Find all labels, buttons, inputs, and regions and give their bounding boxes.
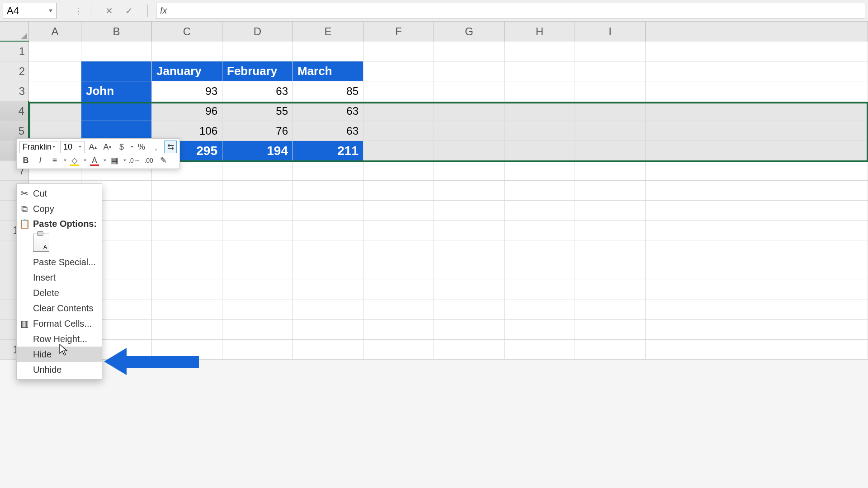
- cell[interactable]: [222, 260, 293, 280]
- chevron-down-icon[interactable]: [79, 146, 81, 148]
- cell[interactable]: [505, 221, 575, 240]
- cell[interactable]: [575, 201, 646, 221]
- cell[interactable]: [505, 141, 575, 161]
- cell[interactable]: [363, 42, 434, 61]
- cell[interactable]: January: [152, 61, 222, 81]
- cell[interactable]: [29, 81, 81, 101]
- cell[interactable]: [363, 340, 434, 360]
- cell[interactable]: [505, 240, 575, 260]
- font-select[interactable]: Franklin: [19, 141, 58, 153]
- cell[interactable]: [81, 61, 152, 81]
- cell[interactable]: [81, 101, 152, 121]
- borders-icon[interactable]: ▦: [108, 154, 121, 167]
- cell[interactable]: [152, 240, 222, 260]
- cell[interactable]: [434, 260, 505, 280]
- cell[interactable]: [152, 181, 222, 201]
- menu-item-insert[interactable]: Insert: [17, 270, 102, 285]
- menu-item-unhide[interactable]: Unhide: [17, 362, 102, 377]
- row-head-4[interactable]: 4: [0, 101, 29, 121]
- chevron-down-icon[interactable]: [64, 160, 66, 161]
- formula-input[interactable]: [187, 3, 865, 19]
- cell[interactable]: [222, 340, 293, 360]
- cell[interactable]: 55: [222, 101, 293, 121]
- cell[interactable]: [575, 42, 646, 61]
- cell[interactable]: [363, 240, 434, 260]
- cell[interactable]: [293, 300, 363, 320]
- cell[interactable]: [575, 81, 646, 101]
- cell[interactable]: [293, 161, 363, 181]
- cell[interactable]: [575, 240, 646, 260]
- cell[interactable]: [222, 240, 293, 260]
- cell[interactable]: [222, 280, 293, 300]
- cell[interactable]: 194: [222, 141, 293, 161]
- col-head-D[interactable]: D: [222, 22, 293, 42]
- cell[interactable]: [505, 101, 575, 121]
- cell[interactable]: [29, 61, 81, 81]
- fill-color-icon[interactable]: ◇: [68, 154, 81, 167]
- cell[interactable]: [434, 340, 505, 360]
- drag-handle-icon[interactable]: ⋮: [75, 6, 83, 16]
- col-head-G[interactable]: G: [434, 22, 505, 42]
- increase-font-icon[interactable]: A▴: [86, 141, 99, 153]
- cell[interactable]: [81, 42, 152, 61]
- cell[interactable]: [575, 221, 646, 240]
- confirm-icon[interactable]: ✓: [124, 5, 135, 16]
- cell[interactable]: [363, 101, 434, 121]
- menu-item-paste-special[interactable]: Paste Special...: [17, 254, 102, 270]
- cell[interactable]: [575, 260, 646, 280]
- cell[interactable]: [152, 201, 222, 221]
- cell[interactable]: [505, 81, 575, 101]
- cell[interactable]: 85: [293, 81, 363, 101]
- menu-item-clear-contents[interactable]: Clear Contents: [17, 300, 102, 316]
- cell[interactable]: [434, 181, 505, 201]
- cell[interactable]: [434, 61, 505, 81]
- cell[interactable]: 63: [293, 121, 363, 141]
- cell[interactable]: [222, 161, 293, 181]
- comma-icon[interactable]: ,: [150, 141, 162, 153]
- row-head-2[interactable]: 2: [0, 61, 29, 81]
- cell[interactable]: [434, 240, 505, 260]
- decrease-decimal-icon[interactable]: .00: [142, 154, 155, 167]
- cell[interactable]: [363, 61, 434, 81]
- cell[interactable]: John: [81, 81, 152, 101]
- cell[interactable]: [152, 280, 222, 300]
- cell[interactable]: [575, 181, 646, 201]
- format-painter-icon[interactable]: ⇆: [164, 141, 177, 153]
- col-head-E[interactable]: E: [293, 22, 363, 42]
- cell[interactable]: [152, 221, 222, 240]
- cell[interactable]: [293, 340, 363, 360]
- col-head-F[interactable]: F: [363, 22, 434, 42]
- cell[interactable]: [505, 300, 575, 320]
- cell[interactable]: [575, 340, 646, 360]
- cell[interactable]: [222, 181, 293, 201]
- cell[interactable]: [152, 300, 222, 320]
- row-head-1[interactable]: 1: [0, 42, 29, 61]
- cell[interactable]: [363, 121, 434, 141]
- cell[interactable]: [293, 221, 363, 240]
- cell[interactable]: [29, 42, 81, 61]
- cell[interactable]: [575, 320, 646, 340]
- cell[interactable]: [505, 280, 575, 300]
- cell[interactable]: [575, 280, 646, 300]
- chevron-down-icon[interactable]: [52, 146, 55, 148]
- cell[interactable]: [293, 320, 363, 340]
- cell[interactable]: [363, 161, 434, 181]
- chevron-down-icon[interactable]: [104, 160, 106, 161]
- font-color-icon[interactable]: A: [88, 154, 101, 167]
- col-head-A[interactable]: A: [29, 22, 81, 42]
- cell[interactable]: [152, 260, 222, 280]
- cell[interactable]: [363, 300, 434, 320]
- col-head-B[interactable]: B: [81, 22, 152, 42]
- cell[interactable]: [505, 260, 575, 280]
- cell[interactable]: [293, 280, 363, 300]
- cell[interactable]: [222, 201, 293, 221]
- menu-item-format-cells[interactable]: ▥ Format Cells...: [17, 316, 102, 331]
- cell[interactable]: [363, 181, 434, 201]
- cell[interactable]: [575, 161, 646, 181]
- cells-area[interactable]: JanuaryFebruaryMarchJohn9363859655631067…: [29, 42, 868, 360]
- col-head-H[interactable]: H: [505, 22, 575, 42]
- cell[interactable]: [152, 320, 222, 340]
- cell[interactable]: [575, 141, 646, 161]
- col-head-C[interactable]: C: [152, 22, 222, 42]
- cancel-icon[interactable]: ✕: [104, 5, 115, 16]
